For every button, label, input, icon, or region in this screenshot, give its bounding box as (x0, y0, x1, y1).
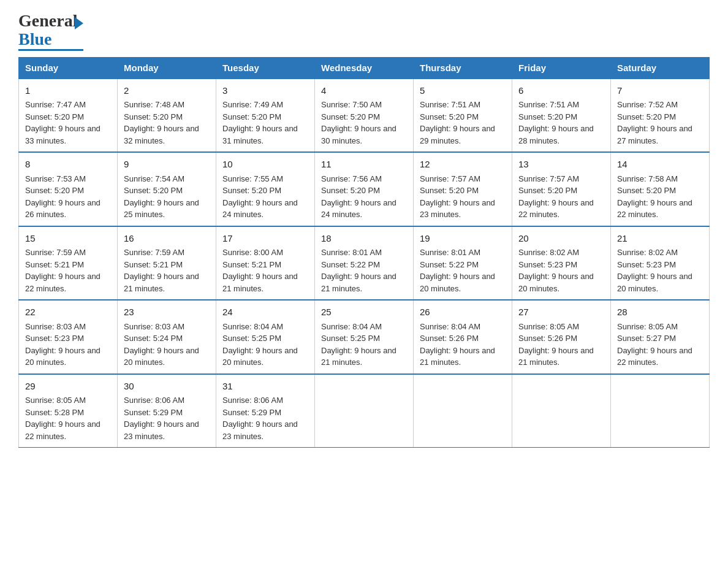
weekday-header-tuesday: Tuesday (216, 57, 315, 79)
calendar-cell: 15Sunrise: 7:59 AMSunset: 5:21 PMDayligh… (19, 226, 118, 301)
day-info: Sunrise: 7:48 AMSunset: 5:20 PMDaylight:… (124, 100, 199, 145)
day-number: 8 (25, 158, 111, 172)
day-number: 18 (321, 232, 407, 246)
day-number: 6 (518, 84, 604, 98)
day-number: 17 (222, 232, 308, 246)
day-info: Sunrise: 7:57 AMSunset: 5:20 PMDaylight:… (518, 174, 594, 220)
weekday-header-monday: Monday (118, 57, 216, 79)
calendar-cell (611, 374, 710, 448)
calendar-cell: 16Sunrise: 7:59 AMSunset: 5:21 PMDayligh… (118, 226, 216, 301)
day-number: 3 (222, 84, 308, 98)
calendar-cell: 19Sunrise: 8:01 AMSunset: 5:22 PMDayligh… (414, 226, 512, 301)
day-number: 20 (518, 232, 604, 246)
day-info: Sunrise: 8:02 AMSunset: 5:23 PMDaylight:… (617, 248, 692, 293)
day-info: Sunrise: 7:52 AMSunset: 5:20 PMDaylight:… (617, 100, 692, 145)
day-number: 13 (518, 158, 604, 172)
logo-underline (18, 49, 83, 51)
day-number: 15 (25, 232, 111, 246)
day-number: 4 (321, 84, 407, 98)
weekday-header-row: SundayMondayTuesdayWednesdayThursdayFrid… (19, 57, 710, 79)
calendar-table: SundayMondayTuesdayWednesdayThursdayFrid… (18, 57, 710, 448)
day-info: Sunrise: 7:56 AMSunset: 5:20 PMDaylight:… (321, 174, 396, 220)
day-info: Sunrise: 8:05 AMSunset: 5:26 PMDaylight:… (518, 322, 594, 367)
day-number: 29 (25, 380, 111, 394)
day-number: 26 (420, 305, 506, 320)
day-number: 30 (124, 380, 210, 394)
calendar-cell: 17Sunrise: 8:00 AMSunset: 5:21 PMDayligh… (216, 226, 315, 301)
calendar-cell: 3Sunrise: 7:49 AMSunset: 5:20 PMDaylight… (216, 79, 315, 153)
calendar-cell: 27Sunrise: 8:05 AMSunset: 5:26 PMDayligh… (512, 300, 611, 374)
calendar-cell (315, 374, 414, 448)
day-info: Sunrise: 7:57 AMSunset: 5:20 PMDaylight:… (420, 174, 495, 220)
logo: General Blue (18, 12, 83, 51)
calendar-cell: 6Sunrise: 7:51 AMSunset: 5:20 PMDaylight… (512, 79, 611, 153)
day-info: Sunrise: 8:03 AMSunset: 5:23 PMDaylight:… (25, 322, 100, 367)
day-info: Sunrise: 8:02 AMSunset: 5:23 PMDaylight:… (518, 248, 594, 293)
calendar-cell: 29Sunrise: 8:05 AMSunset: 5:28 PMDayligh… (19, 374, 118, 448)
calendar-cell: 13Sunrise: 7:57 AMSunset: 5:20 PMDayligh… (512, 152, 611, 226)
day-number: 9 (124, 158, 210, 172)
calendar-cell: 25Sunrise: 8:04 AMSunset: 5:25 PMDayligh… (315, 300, 414, 374)
calendar-cell: 8Sunrise: 7:53 AMSunset: 5:20 PMDaylight… (19, 152, 118, 226)
calendar-cell: 12Sunrise: 7:57 AMSunset: 5:20 PMDayligh… (414, 152, 512, 226)
day-info: Sunrise: 7:49 AMSunset: 5:20 PMDaylight:… (222, 100, 298, 145)
day-number: 22 (25, 305, 111, 320)
day-info: Sunrise: 8:05 AMSunset: 5:28 PMDaylight:… (25, 396, 100, 441)
day-number: 12 (420, 158, 506, 172)
calendar-cell: 23Sunrise: 8:03 AMSunset: 5:24 PMDayligh… (118, 300, 216, 374)
day-number: 5 (420, 84, 506, 98)
calendar-cell (512, 374, 611, 448)
calendar-cell: 9Sunrise: 7:54 AMSunset: 5:20 PMDaylight… (118, 152, 216, 226)
day-number: 19 (420, 232, 506, 246)
day-info: Sunrise: 8:06 AMSunset: 5:29 PMDaylight:… (222, 396, 298, 441)
logo-blue: Blue (18, 31, 51, 48)
day-number: 2 (124, 84, 210, 98)
day-number: 28 (617, 305, 703, 320)
weekday-header-saturday: Saturday (611, 57, 710, 79)
day-number: 1 (25, 84, 111, 98)
page-header: General Blue (18, 12, 710, 51)
calendar-cell: 2Sunrise: 7:48 AMSunset: 5:20 PMDaylight… (118, 79, 216, 153)
logo-general: General (18, 11, 77, 30)
calendar-cell: 28Sunrise: 8:05 AMSunset: 5:27 PMDayligh… (611, 300, 710, 374)
calendar-cell: 4Sunrise: 7:50 AMSunset: 5:20 PMDaylight… (315, 79, 414, 153)
weekday-header-friday: Friday (512, 57, 611, 79)
day-info: Sunrise: 8:04 AMSunset: 5:26 PMDaylight:… (420, 322, 495, 367)
week-row-1: 1Sunrise: 7:47 AMSunset: 5:20 PMDaylight… (19, 79, 710, 153)
day-number: 23 (124, 305, 210, 320)
day-number: 25 (321, 305, 407, 320)
calendar-cell: 21Sunrise: 8:02 AMSunset: 5:23 PMDayligh… (611, 226, 710, 301)
day-info: Sunrise: 7:59 AMSunset: 5:21 PMDaylight:… (25, 248, 100, 293)
day-info: Sunrise: 7:51 AMSunset: 5:20 PMDaylight:… (420, 100, 495, 145)
calendar-cell: 31Sunrise: 8:06 AMSunset: 5:29 PMDayligh… (216, 374, 315, 448)
weekday-header-thursday: Thursday (414, 57, 512, 79)
day-number: 27 (518, 305, 604, 320)
calendar-cell: 26Sunrise: 8:04 AMSunset: 5:26 PMDayligh… (414, 300, 512, 374)
day-info: Sunrise: 8:00 AMSunset: 5:21 PMDaylight:… (222, 248, 298, 293)
logo-arrow-icon (75, 17, 83, 29)
day-info: Sunrise: 7:54 AMSunset: 5:20 PMDaylight:… (124, 174, 199, 220)
day-number: 21 (617, 232, 703, 246)
week-row-5: 29Sunrise: 8:05 AMSunset: 5:28 PMDayligh… (19, 374, 710, 448)
weekday-header-wednesday: Wednesday (315, 57, 414, 79)
day-info: Sunrise: 8:01 AMSunset: 5:22 PMDaylight:… (321, 248, 396, 293)
week-row-4: 22Sunrise: 8:03 AMSunset: 5:23 PMDayligh… (19, 300, 710, 374)
calendar-cell: 5Sunrise: 7:51 AMSunset: 5:20 PMDaylight… (414, 79, 512, 153)
day-number: 11 (321, 158, 407, 172)
weekday-header-sunday: Sunday (19, 57, 118, 79)
calendar-cell: 7Sunrise: 7:52 AMSunset: 5:20 PMDaylight… (611, 79, 710, 153)
day-number: 14 (617, 158, 703, 172)
day-info: Sunrise: 8:05 AMSunset: 5:27 PMDaylight:… (617, 322, 692, 367)
day-number: 10 (222, 158, 308, 172)
day-info: Sunrise: 7:51 AMSunset: 5:20 PMDaylight:… (518, 100, 594, 145)
day-info: Sunrise: 7:53 AMSunset: 5:20 PMDaylight:… (25, 174, 100, 220)
day-info: Sunrise: 7:50 AMSunset: 5:20 PMDaylight:… (321, 100, 396, 145)
day-info: Sunrise: 7:47 AMSunset: 5:20 PMDaylight:… (25, 100, 100, 145)
day-info: Sunrise: 8:06 AMSunset: 5:29 PMDaylight:… (124, 396, 199, 441)
calendar-cell: 18Sunrise: 8:01 AMSunset: 5:22 PMDayligh… (315, 226, 414, 301)
week-row-2: 8Sunrise: 7:53 AMSunset: 5:20 PMDaylight… (19, 152, 710, 226)
week-row-3: 15Sunrise: 7:59 AMSunset: 5:21 PMDayligh… (19, 226, 710, 301)
calendar-cell: 10Sunrise: 7:55 AMSunset: 5:20 PMDayligh… (216, 152, 315, 226)
day-info: Sunrise: 7:58 AMSunset: 5:20 PMDaylight:… (617, 174, 692, 220)
calendar-cell: 30Sunrise: 8:06 AMSunset: 5:29 PMDayligh… (118, 374, 216, 448)
